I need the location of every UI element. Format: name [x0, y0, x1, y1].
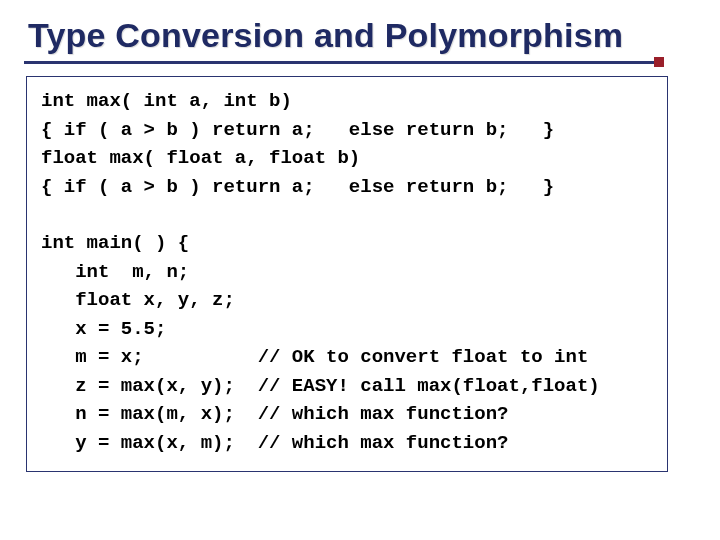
slide-container: Type Conversion and Polymorphism int max… [0, 0, 720, 540]
title-underline [24, 61, 664, 64]
code-block-1: int max( int a, int b) { if ( a > b ) re… [41, 87, 653, 201]
code-block-2: int main( ) { int m, n; float x, y, z; x… [41, 229, 653, 457]
slide-title: Type Conversion and Polymorphism [28, 16, 694, 55]
code-box: int max( int a, int b) { if ( a > b ) re… [26, 76, 668, 472]
